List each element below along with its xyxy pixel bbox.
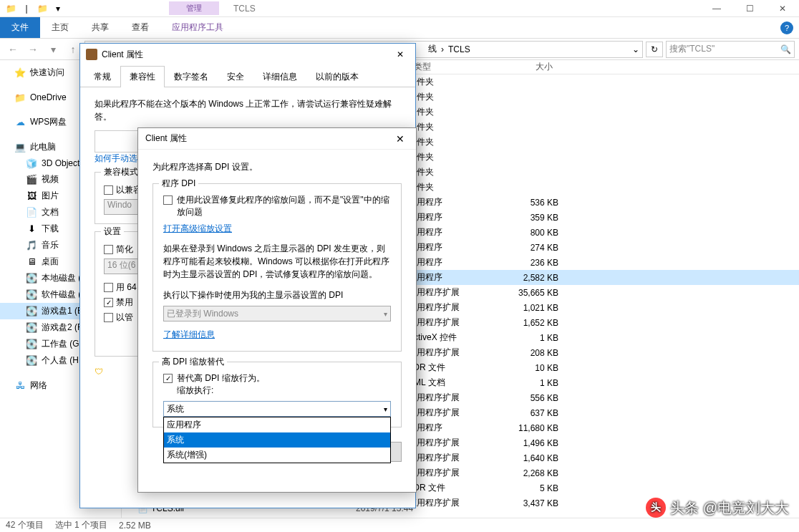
file-size-cell: 359 KB: [494, 213, 558, 223]
program-dpi-group: 程序 DPI 使用此设置修复此程序的缩放问题，而不是"设置"中的缩放问题 打开高…: [152, 183, 402, 352]
file-size-cell: 536 KB: [494, 198, 558, 208]
property-tabs: 常规 兼容性 数字签名 安全 详细信息 以前的版本: [80, 65, 415, 87]
desktop-icon: 🖥: [26, 256, 37, 268]
column-type[interactable]: 类型: [408, 61, 494, 73]
dialog-title: Client 属性: [102, 49, 143, 61]
folder-icon: 📁: [14, 92, 26, 103]
view-tab[interactable]: 查看: [120, 17, 160, 38]
drive-icon: 💽: [26, 339, 37, 350]
drive-icon: 💽: [26, 289, 37, 301]
file-size-cell: 1,640 KB: [494, 453, 558, 463]
file-type-cell: 文件夹: [408, 106, 494, 118]
chevron-down-icon: ▾: [384, 310, 387, 318]
option-system-enhanced[interactable]: 系统(增强): [164, 448, 390, 463]
file-type-cell: 应用程序扩展: [408, 392, 494, 404]
640x480-checkbox[interactable]: [104, 283, 113, 292]
dialog-titlebar[interactable]: Client 属性 ✕: [138, 128, 416, 150]
file-size-cell: 1 KB: [494, 333, 558, 343]
close-button[interactable]: ✕: [766, 0, 799, 17]
maximize-button[interactable]: ☐: [733, 0, 766, 17]
compat-intro-text: 如果此程序不能在这个版本的 Windows 上正常工作，请尝试运行兼容性疑难解答…: [95, 97, 401, 123]
breadcrumb-segment[interactable]: TCLS: [448, 44, 470, 54]
file-type-cell: TDR 文件: [408, 362, 494, 374]
tab-details[interactable]: 详细信息: [253, 66, 306, 87]
share-tab[interactable]: 共享: [80, 17, 120, 38]
home-tab[interactable]: 主页: [40, 17, 80, 38]
breadcrumb-segment[interactable]: 线: [428, 43, 437, 55]
watermark: 头 头条 @电竞刘大大: [646, 498, 789, 518]
chevron-down-icon: ▾: [384, 405, 387, 413]
ribbon-tabs: 文件 主页 共享 查看 应用程序工具 ?: [0, 17, 799, 39]
disable-fullscreen-checkbox[interactable]: [104, 298, 113, 307]
minimize-button[interactable]: —: [700, 0, 733, 17]
file-size-cell: 2,582 KB: [494, 273, 558, 283]
file-type-cell: TDR 文件: [408, 482, 494, 494]
dialog-title: Client 属性: [145, 132, 187, 145]
file-size-cell: 208 KB: [494, 348, 558, 358]
file-size-cell: 800 KB: [494, 228, 558, 238]
dropdown-icon[interactable]: ▾: [52, 2, 64, 15]
file-type-cell: 文件夹: [408, 181, 494, 193]
reduced-color-checkbox[interactable]: [104, 245, 113, 254]
file-type-cell: 应用程序: [408, 241, 494, 253]
close-icon[interactable]: ✕: [392, 133, 409, 145]
file-size-cell: 1,021 KB: [494, 303, 558, 313]
file-type-cell: 应用程序扩展: [408, 347, 494, 359]
compat-mode-checkbox[interactable]: [104, 185, 113, 195]
dpi-settings-dialog: Client 属性 ✕ 为此程序选择高 DPI 设置。 程序 DPI 使用此设置…: [137, 127, 417, 493]
tab-general[interactable]: 常规: [84, 66, 120, 87]
scaling-performed-by-select[interactable]: 系统 ▾: [163, 401, 391, 417]
drive-icon: 💽: [26, 355, 37, 367]
drive-icon: 💽: [26, 306, 37, 317]
dialog-titlebar[interactable]: Client 属性 ✕: [80, 44, 415, 65]
search-input[interactable]: 搜索"TCLS" 🔍: [666, 41, 795, 58]
override-dpi-checkbox[interactable]: [163, 374, 173, 383]
file-type-cell: 应用程序: [408, 271, 494, 284]
tab-compatibility[interactable]: 兼容性: [120, 66, 165, 87]
recent-dropdown[interactable]: ▾: [44, 41, 62, 58]
breadcrumb-dropdown-icon[interactable]: ⌄: [632, 44, 639, 54]
drive-icon: 💽: [26, 273, 37, 284]
learn-more-link[interactable]: 了解详细信息: [163, 329, 215, 339]
tab-previous[interactable]: 以前的版本: [306, 66, 368, 87]
file-type-cell: 应用程序: [408, 211, 494, 223]
file-type-cell: 应用程序: [408, 256, 494, 269]
fix-scaling-checkbox[interactable]: [163, 195, 173, 205]
scaling-dropdown-list: 应用程序 系统 系统(增强): [163, 417, 391, 463]
manual-choose-link[interactable]: 如何手动选: [95, 153, 137, 163]
run-as-admin-checkbox[interactable]: [104, 313, 113, 322]
video-icon: 🎬: [26, 174, 37, 185]
forward-button[interactable]: →: [24, 41, 42, 58]
tab-security[interactable]: 安全: [218, 66, 253, 87]
file-type-cell: 文件夹: [408, 136, 494, 148]
folder-icon[interactable]: 📁: [36, 2, 49, 15]
file-size-cell: 637 KB: [494, 408, 558, 418]
help-icon[interactable]: ?: [780, 21, 793, 34]
file-type-cell: 应用程序: [408, 196, 494, 208]
file-size-cell: 2,268 KB: [494, 468, 558, 478]
column-size[interactable]: 大小: [494, 61, 558, 73]
option-system[interactable]: 系统: [164, 432, 390, 448]
qat-divider: |: [20, 2, 33, 15]
search-placeholder: 搜索"TCLS": [669, 43, 715, 55]
option-application[interactable]: 应用程序: [164, 417, 390, 432]
advanced-scaling-link[interactable]: 打开高级缩放设置: [163, 223, 232, 233]
refresh-button[interactable]: ↻: [646, 42, 663, 57]
file-size-cell: 3,437 KB: [494, 498, 558, 508]
music-icon: 🎵: [26, 240, 37, 251]
app-icon: [86, 49, 97, 60]
pc-icon: 💻: [14, 142, 26, 153]
file-size-cell: 10 KB: [494, 363, 558, 373]
app-tools-tab[interactable]: 应用程序工具: [160, 17, 235, 38]
drive-icon: 💽: [26, 322, 37, 334]
tab-signatures[interactable]: 数字签名: [165, 66, 218, 87]
status-selection-size: 2.52 MB: [119, 521, 151, 531]
back-button[interactable]: ←: [4, 41, 21, 58]
contextual-tab-manage[interactable]: 管理: [169, 1, 219, 15]
folder-quickaccess-icon[interactable]: 📁: [4, 2, 17, 15]
file-type-cell: 应用程序扩展: [408, 467, 494, 479]
status-item-count: 42 个项目: [6, 519, 44, 531]
window-title: TCLS: [233, 4, 256, 14]
file-tab[interactable]: 文件: [0, 17, 40, 38]
close-icon[interactable]: ✕: [391, 49, 410, 59]
